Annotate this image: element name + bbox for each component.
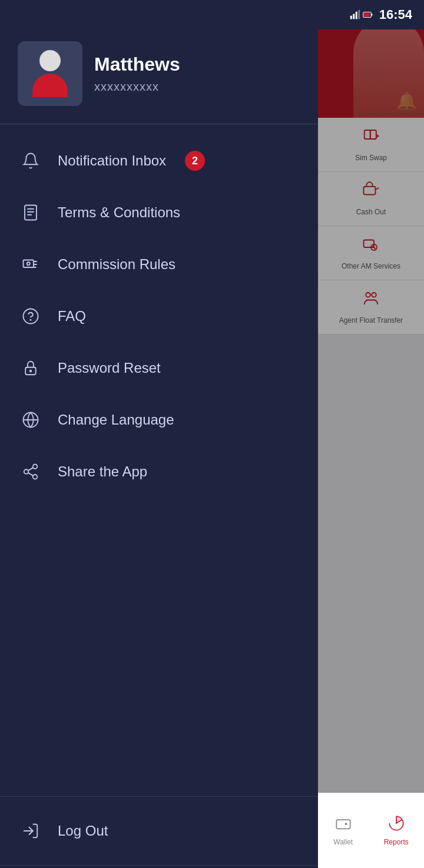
svg-point-5 [366,293,370,297]
svg-rect-9 [24,260,34,268]
status-icons [350,9,373,20]
cash-out-label: Cash Out [356,208,386,216]
svg-point-12 [30,320,31,320]
sidebar-item-faq[interactable]: FAQ [0,290,318,342]
svg-point-14 [30,370,32,372]
svg-rect-7 [336,820,350,829]
profile-phone: xxxxxxxxxx [94,80,180,94]
svg-rect-20 [353,14,355,19]
svg-rect-24 [371,14,372,16]
document-icon [18,200,44,226]
sidebar-item-share-app[interactable]: Share the App [0,446,318,498]
sim-swap-icon [362,127,380,149]
profile-info: Matthews xxxxxxxxxx [94,54,180,94]
status-bar: 16:54 [306,0,424,29]
share-app-label: Share the App [58,463,147,480]
svg-rect-21 [355,12,357,19]
right-panel-items: Sim Swap Cash Out Other AM S [318,118,424,334]
logout-icon [18,818,44,844]
sidebar-item-change-language[interactable]: Change Language [0,394,318,446]
question-icon [18,303,44,329]
sidebar-item-password-reset[interactable]: Password Reset [0,342,318,394]
profile-divider [0,124,318,124]
other-am-services-icon [362,236,380,257]
svg-point-10 [27,262,30,265]
svg-point-18 [33,475,38,479]
commission-rules-label: Commission Rules [58,256,175,273]
money-icon [18,251,44,277]
wallet-nav-item[interactable]: Wallet [333,815,353,846]
right-background-panel: 🔔 Sim Swap Cash [318,0,424,868]
translate-icon [18,407,44,433]
battery-icon [363,9,373,20]
change-language-label: Change Language [58,412,174,428]
faq-label: FAQ [58,308,86,324]
agent-float-transfer-label: Agent Float Transfer [339,316,403,324]
svg-rect-19 [350,16,352,19]
logout-section: Log Out [0,799,318,863]
logout-divider-top [0,796,318,797]
wallet-nav-label: Wallet [333,838,353,846]
avatar-head [39,50,61,71]
cash-out-item[interactable]: Cash Out [318,172,424,226]
sidebar-drawer: Matthews xxxxxxxxxx Notification Inbox 2 [0,0,318,868]
svg-rect-8 [25,206,37,220]
bell-icon [18,148,44,174]
signal-icon [350,9,360,20]
wallet-nav-icon [335,815,352,836]
svg-rect-25 [364,13,370,17]
agent-float-transfer-icon [362,290,380,312]
avatar-body [32,74,68,97]
sidebar-item-terms-conditions[interactable]: Terms & Conditions [0,187,318,238]
lock-icon [18,355,44,381]
sidebar-item-commission-rules[interactable]: Commission Rules [0,238,318,290]
logout-divider-bottom [0,865,318,866]
password-reset-label: Password Reset [58,360,161,376]
svg-point-6 [372,293,376,297]
agent-float-transfer-item[interactable]: Agent Float Transfer [318,280,424,334]
sidebar-item-notification-inbox[interactable]: Notification Inbox 2 [0,135,318,187]
svg-rect-22 [358,10,360,19]
reports-nav-icon [388,815,405,836]
profile-section: Matthews xxxxxxxxxx [0,29,318,124]
terms-conditions-label: Terms & Conditions [58,204,180,221]
svg-point-11 [24,309,38,324]
avatar [18,41,82,106]
menu-list: Notification Inbox 2 Terms & Conditions [0,129,318,794]
bottom-navigation: Wallet Reports [318,793,424,868]
avatar-icon [32,50,68,97]
svg-rect-0 [365,130,370,139]
reports-nav-item[interactable]: Reports [384,815,409,846]
cash-out-icon [362,181,380,203]
notification-badge: 2 [185,151,205,171]
background-person [353,18,424,118]
notification-inbox-label: Notification Inbox [58,153,166,169]
svg-point-16 [33,465,38,469]
other-am-services-label: Other AM Services [342,262,400,270]
sim-swap-item[interactable]: Sim Swap [318,118,424,172]
svg-rect-2 [364,187,376,195]
time-display: 16:54 [379,7,412,22]
svg-rect-1 [370,130,376,139]
sidebar-status-bar [0,0,318,29]
other-am-services-item[interactable]: Other AM Services [318,226,424,280]
reports-nav-label: Reports [384,838,409,846]
logout-label: Log Out [58,823,108,839]
svg-point-17 [24,469,29,474]
sidebar-item-logout[interactable]: Log Out [0,805,318,857]
profile-name: Matthews [94,54,180,75]
share-icon [18,459,44,485]
sim-swap-label: Sim Swap [355,154,387,162]
